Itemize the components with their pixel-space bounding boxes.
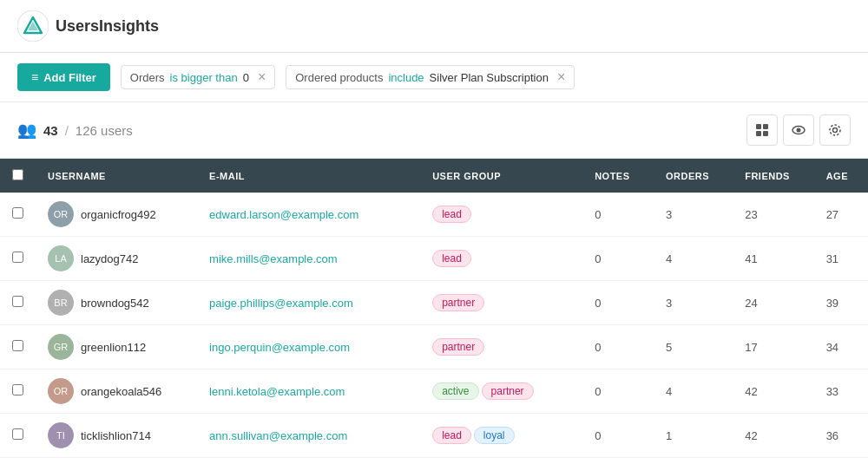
row-checkbox-5[interactable] <box>12 428 23 440</box>
username-text[interactable]: greenlion112 <box>81 341 146 354</box>
svg-text:OR: OR <box>54 209 69 219</box>
row-checkbox-cell <box>0 325 36 369</box>
avatar: GR <box>48 334 74 360</box>
add-filter-label: Add Filter <box>43 71 96 84</box>
chip-orders-key: Orders <box>130 71 165 84</box>
email-text[interactable]: ingo.perquin@example.com <box>209 341 350 354</box>
row-checkbox-cell <box>0 458 36 465</box>
svg-rect-6 <box>763 131 768 136</box>
settings-icon <box>828 123 842 137</box>
age-cell: 39 <box>814 281 868 325</box>
table-row: GR greenlion491 vernon.thomas@example.co… <box>0 458 868 465</box>
notes-cell: 0 <box>582 281 654 325</box>
orders-cell: 1 <box>654 414 733 458</box>
age-cell: 33 <box>814 369 868 414</box>
orders-cell: 5 <box>654 325 733 369</box>
row-checkbox-1[interactable] <box>12 252 23 263</box>
header-friends[interactable]: FRIENDS <box>733 159 813 193</box>
count-bar: 👥 43 / 126 users <box>0 102 868 159</box>
usergroup-cell: activepartner <box>420 369 582 414</box>
row-checkbox-3[interactable] <box>12 340 23 351</box>
age-cell: 31 <box>814 237 868 281</box>
tag-partner[interactable]: partner <box>432 338 484 356</box>
email-text[interactable]: lenni.ketola@example.com <box>209 385 345 398</box>
table-row: LA lazydog742 mike.mills@example.comlead… <box>0 237 868 281</box>
svg-text:TI: TI <box>56 430 65 441</box>
filter-chip-orders: Orders is bigger than 0 × <box>121 65 275 89</box>
chip-orders-op: is bigger than <box>170 71 238 84</box>
tag-loyal[interactable]: loyal <box>474 427 515 444</box>
username-text[interactable]: orangekoala546 <box>81 385 161 398</box>
email-cell: edward.larson@example.com <box>197 193 420 237</box>
row-checkbox-4[interactable] <box>12 384 23 395</box>
table-row: BR browndog542 paige.phillips@example.co… <box>0 281 868 325</box>
usergroup-cell: partner <box>420 325 582 369</box>
svg-rect-5 <box>756 131 761 136</box>
username-cell: OR organicfrog492 <box>36 193 197 237</box>
tag-lead[interactable]: lead <box>432 427 471 444</box>
notes-cell: 0 <box>582 414 654 458</box>
header-email[interactable]: E-MAIL <box>197 159 420 193</box>
row-checkbox-0[interactable] <box>12 207 23 219</box>
notes-cell: 0 <box>582 458 654 465</box>
tag-partner[interactable]: partner <box>432 294 484 311</box>
email-text[interactable]: mike.mills@example.com <box>209 252 338 265</box>
chip-products-close[interactable]: × <box>557 70 565 84</box>
svg-rect-4 <box>763 124 768 129</box>
settings-view-button[interactable] <box>819 114 851 146</box>
notes-cell: 0 <box>582 369 654 414</box>
count-total: 126 users <box>76 123 133 138</box>
email-cell: vernon.thomas@example.com <box>197 458 420 465</box>
age-cell: 34 <box>814 325 868 369</box>
eye-icon <box>792 123 806 137</box>
friends-cell: 42 <box>733 414 813 458</box>
friends-cell: 24 <box>733 281 813 325</box>
username-text[interactable]: organicfrog492 <box>81 208 156 221</box>
orders-cell: 4 <box>654 369 733 414</box>
row-checkbox-2[interactable] <box>12 296 23 307</box>
header-notes[interactable]: NOTES <box>582 159 654 193</box>
header-orders[interactable]: ORDERS <box>654 159 733 193</box>
header-age[interactable]: AGE <box>814 159 868 193</box>
username-text[interactable]: ticklishlion714 <box>81 429 151 442</box>
email-cell: lenni.ketola@example.com <box>197 369 420 414</box>
grid-view-button[interactable] <box>746 114 778 146</box>
friends-cell: 17 <box>733 325 813 369</box>
svg-text:OR: OR <box>54 386 69 396</box>
filter-chip-products: Ordered products include Silver Plan Sub… <box>286 65 575 89</box>
username-text[interactable]: browndog542 <box>81 297 149 310</box>
svg-point-8 <box>797 128 801 133</box>
tag-partner[interactable]: partner <box>482 382 534 400</box>
username-cell: GR greenlion112 <box>36 325 197 369</box>
username-cell: BR browndog542 <box>36 281 197 325</box>
tag-lead[interactable]: lead <box>432 206 471 223</box>
chip-orders-close[interactable]: × <box>258 70 266 84</box>
row-checkbox-cell <box>0 414 36 458</box>
add-filter-button[interactable]: ≡ Add Filter <box>17 63 110 91</box>
email-text[interactable]: edward.larson@example.com <box>209 208 358 221</box>
email-text[interactable]: ann.sullivan@example.com <box>209 429 347 442</box>
email-text[interactable]: paige.phillips@example.com <box>209 297 353 310</box>
svg-point-10 <box>830 125 840 135</box>
count-info: 👥 43 / 126 users <box>17 121 133 140</box>
table-row: TI ticklishlion714 ann.sullivan@example.… <box>0 414 868 458</box>
username-text[interactable]: lazydog742 <box>81 252 139 265</box>
table-body: OR organicfrog492 edward.larson@example.… <box>0 193 868 464</box>
users-icon: 👥 <box>17 121 36 140</box>
notes-cell: 0 <box>582 237 654 281</box>
header-username[interactable]: USERNAME <box>36 159 197 193</box>
select-all-checkbox[interactable] <box>12 169 23 180</box>
email-cell: ann.sullivan@example.com <box>197 414 420 458</box>
username-cell: GR greenlion491 <box>36 458 197 465</box>
usergroup-cell: leadloyal <box>420 414 582 458</box>
tag-active[interactable]: active <box>432 382 478 400</box>
row-checkbox-cell <box>0 193 36 237</box>
friends-cell: 38 <box>733 458 813 465</box>
orders-cell: 5 <box>654 458 733 465</box>
logo-icon <box>17 10 49 42</box>
header-usergroup[interactable]: USER GROUP <box>420 159 582 193</box>
chip-orders-val: 0 <box>243 71 249 84</box>
tag-lead[interactable]: lead <box>432 250 471 267</box>
eye-view-button[interactable] <box>783 114 814 146</box>
notes-cell: 0 <box>582 193 654 237</box>
